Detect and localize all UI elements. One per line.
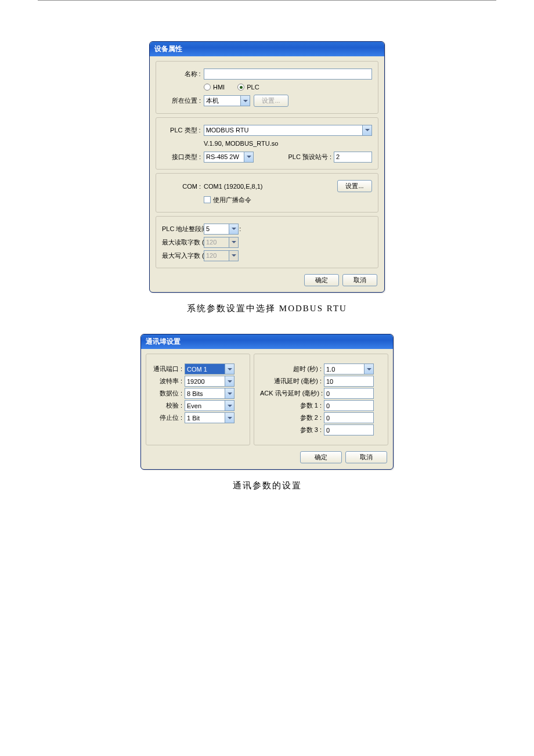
- label-data-bits: 数据位 :: [152, 389, 185, 398]
- stop-bits-combo[interactable]: 1 Bit: [185, 412, 234, 423]
- broadcast-checkbox[interactable]: 使用广播命令: [204, 196, 251, 204]
- chevron-down-icon[interactable]: [225, 388, 234, 398]
- caption2: 通讯参数的设置: [38, 480, 496, 491]
- radio-circle-icon: [204, 84, 211, 91]
- com-settings-button[interactable]: 设置...: [337, 180, 372, 192]
- radio-plc-label: PLC: [247, 84, 259, 91]
- label-if-type: 接口类型 :: [162, 153, 204, 161]
- label-param1: 参数 1 :: [260, 401, 324, 410]
- location-combo[interactable]: 本机: [204, 95, 250, 106]
- label-plc-station: PLC 预设站号 :: [288, 153, 334, 161]
- radio-plc[interactable]: PLC: [237, 84, 259, 91]
- data-bits-value: 8 Bits: [185, 388, 225, 398]
- addr-gap-combo[interactable]: 5: [204, 224, 239, 235]
- plc-version: V.1.90, MODBUS_RTU.so: [204, 140, 278, 147]
- broadcast-label: 使用广播命令: [213, 196, 251, 204]
- parity-value: Even: [185, 401, 225, 411]
- plc-type-value: MODBUS RTU: [204, 125, 362, 135]
- label-max-write: 最大写入字数 (words) :: [162, 251, 204, 260]
- comm-port-value: COM 1: [185, 364, 225, 374]
- chevron-down-icon[interactable]: [225, 401, 234, 411]
- label-plc-type: PLC 类型 :: [162, 126, 204, 135]
- if-type-value: RS-485 2W: [204, 152, 244, 162]
- parity-combo[interactable]: Even: [185, 400, 234, 411]
- label-ack-delay: ACK 讯号延时 (毫秒) :: [260, 389, 324, 398]
- device-properties-dialog: 设备属性 名称 : HMI PLC: [149, 41, 385, 293]
- com-value: COM1 (19200,E,8,1): [204, 183, 263, 190]
- baud-combo[interactable]: 19200: [185, 376, 234, 387]
- param3-input[interactable]: [324, 424, 374, 435]
- label-max-read: 最大读取字数 (words) :: [162, 238, 204, 247]
- chevron-down-icon: [229, 251, 238, 261]
- ok-button[interactable]: 确定: [300, 451, 342, 463]
- max-write-value: 120: [204, 251, 229, 261]
- cancel-button[interactable]: 取消: [342, 274, 377, 286]
- plc-type-combo[interactable]: MODBUS RTU: [204, 125, 372, 136]
- chevron-down-icon[interactable]: [364, 364, 373, 374]
- chevron-down-icon[interactable]: [362, 125, 371, 135]
- chevron-down-icon[interactable]: [225, 364, 234, 374]
- group-words: PLC 地址整段间隔 (words) : 5 最大读取字数 (words) : …: [156, 216, 378, 268]
- chevron-down-icon[interactable]: [229, 224, 238, 234]
- label-baud: 波特率 :: [152, 377, 185, 386]
- group-timing: 超时 (秒) : 1.0 通讯延时 (毫秒) : ACK 讯号延时 (毫秒) :: [254, 354, 388, 445]
- chevron-down-icon[interactable]: [225, 376, 234, 386]
- stop-bits-value: 1 Bit: [185, 413, 225, 423]
- chevron-down-icon[interactable]: [244, 152, 253, 162]
- timeout-combo[interactable]: 1.0: [324, 363, 374, 375]
- param2-input[interactable]: [324, 412, 374, 423]
- label-stop-bits: 停止位 :: [152, 413, 185, 422]
- group-serial: 通讯端口 : COM 1 波特率 : 19200: [146, 354, 250, 445]
- timeout-value: 1.0: [324, 364, 364, 374]
- dialog2-title: 通讯埠设置: [141, 334, 393, 349]
- group-com: COM : COM1 (19200,E,8,1) 设置... 使用广播命令: [156, 173, 378, 213]
- dialog-title: 设备属性: [150, 42, 384, 56]
- radio-hmi-label: HMI: [213, 84, 225, 91]
- comm-port-settings-dialog: 通讯埠设置 通讯端口 : COM 1 波特率 : 19200: [140, 334, 394, 470]
- label-name: 名称 :: [162, 70, 204, 78]
- label-addr-gap: PLC 地址整段间隔 (words) :: [162, 225, 204, 233]
- max-read-combo: 120: [204, 237, 239, 248]
- data-bits-combo[interactable]: 8 Bits: [185, 388, 234, 399]
- label-param2: 参数 2 :: [260, 413, 324, 422]
- group-plc: PLC 类型 : MODBUS RTU V.1.90, MODBUS_RTU.s…: [156, 117, 378, 170]
- max-write-combo: 120: [204, 250, 239, 261]
- if-type-combo[interactable]: RS-485 2W: [204, 152, 254, 163]
- chevron-down-icon[interactable]: [225, 413, 234, 423]
- label-parity: 校验 :: [152, 401, 185, 410]
- comm-port-combo[interactable]: COM 1: [185, 363, 234, 375]
- radio-circle-icon: [237, 84, 244, 91]
- comm-delay-input[interactable]: [324, 376, 374, 387]
- location-value: 本机: [204, 96, 240, 106]
- label-location: 所在位置 :: [162, 96, 204, 105]
- location-settings-button: 设置...: [254, 95, 288, 107]
- chevron-down-icon[interactable]: [240, 96, 250, 106]
- plc-station-input[interactable]: [334, 152, 372, 163]
- label-timeout: 超时 (秒) :: [260, 365, 324, 373]
- baud-value: 19200: [185, 376, 225, 386]
- radio-hmi[interactable]: HMI: [204, 84, 225, 91]
- label-param3: 参数 3 :: [260, 426, 324, 434]
- label-comm-delay: 通讯延时 (毫秒) :: [260, 377, 324, 386]
- cancel-button[interactable]: 取消: [345, 451, 387, 463]
- ok-button[interactable]: 确定: [304, 274, 339, 286]
- max-read-value: 120: [204, 237, 229, 247]
- checkbox-icon: [204, 196, 211, 203]
- group-basic: 名称 : HMI PLC: [156, 61, 378, 114]
- label-com: COM :: [162, 183, 204, 190]
- label-comm-port: 通讯端口 :: [152, 365, 185, 373]
- name-input[interactable]: [204, 69, 372, 80]
- ack-delay-input[interactable]: [324, 388, 374, 399]
- addr-gap-value: 5: [204, 224, 229, 234]
- caption1: 系统参数设置中选择 MODBUS RTU: [38, 303, 496, 314]
- param1-input[interactable]: [324, 400, 374, 411]
- chevron-down-icon: [229, 237, 238, 247]
